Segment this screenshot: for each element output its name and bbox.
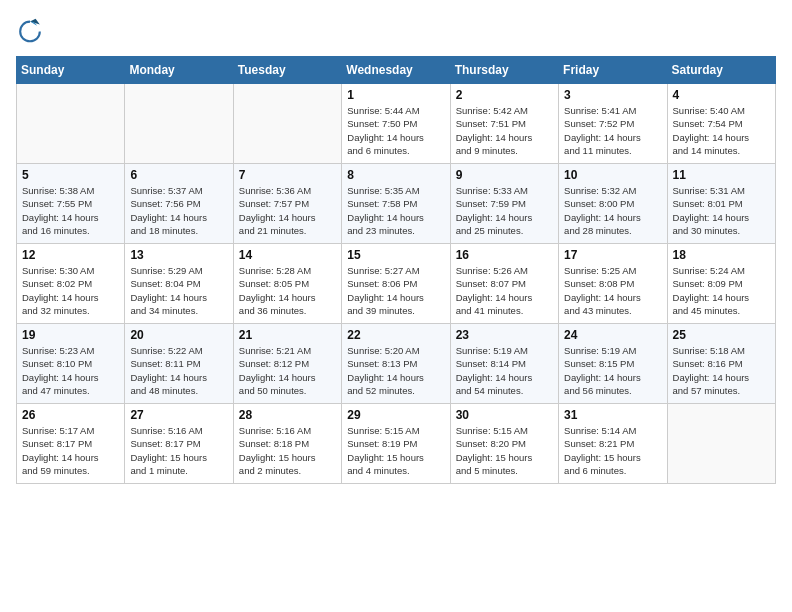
calendar-cell: 14Sunrise: 5:28 AM Sunset: 8:05 PM Dayli… [233, 244, 341, 324]
day-number: 6 [130, 168, 227, 182]
day-number: 11 [673, 168, 770, 182]
calendar-header: SundayMondayTuesdayWednesdayThursdayFrid… [17, 57, 776, 84]
day-info: Sunrise: 5:14 AM Sunset: 8:21 PM Dayligh… [564, 424, 661, 477]
day-info: Sunrise: 5:23 AM Sunset: 8:10 PM Dayligh… [22, 344, 119, 397]
calendar-cell: 2Sunrise: 5:42 AM Sunset: 7:51 PM Daylig… [450, 84, 558, 164]
day-number: 25 [673, 328, 770, 342]
day-info: Sunrise: 5:41 AM Sunset: 7:52 PM Dayligh… [564, 104, 661, 157]
day-number: 12 [22, 248, 119, 262]
calendar-cell: 11Sunrise: 5:31 AM Sunset: 8:01 PM Dayli… [667, 164, 775, 244]
day-number: 20 [130, 328, 227, 342]
logo-icon [16, 16, 44, 44]
day-number: 2 [456, 88, 553, 102]
day-number: 18 [673, 248, 770, 262]
calendar-cell: 15Sunrise: 5:27 AM Sunset: 8:06 PM Dayli… [342, 244, 450, 324]
day-info: Sunrise: 5:22 AM Sunset: 8:11 PM Dayligh… [130, 344, 227, 397]
day-info: Sunrise: 5:29 AM Sunset: 8:04 PM Dayligh… [130, 264, 227, 317]
calendar-cell: 6Sunrise: 5:37 AM Sunset: 7:56 PM Daylig… [125, 164, 233, 244]
day-number: 23 [456, 328, 553, 342]
logo [16, 16, 48, 44]
calendar-cell [17, 84, 125, 164]
day-number: 4 [673, 88, 770, 102]
header-row: SundayMondayTuesdayWednesdayThursdayFrid… [17, 57, 776, 84]
calendar-cell: 5Sunrise: 5:38 AM Sunset: 7:55 PM Daylig… [17, 164, 125, 244]
calendar-cell: 20Sunrise: 5:22 AM Sunset: 8:11 PM Dayli… [125, 324, 233, 404]
day-info: Sunrise: 5:20 AM Sunset: 8:13 PM Dayligh… [347, 344, 444, 397]
day-info: Sunrise: 5:25 AM Sunset: 8:08 PM Dayligh… [564, 264, 661, 317]
calendar-cell: 3Sunrise: 5:41 AM Sunset: 7:52 PM Daylig… [559, 84, 667, 164]
day-info: Sunrise: 5:31 AM Sunset: 8:01 PM Dayligh… [673, 184, 770, 237]
day-info: Sunrise: 5:16 AM Sunset: 8:18 PM Dayligh… [239, 424, 336, 477]
header-day-wednesday: Wednesday [342, 57, 450, 84]
day-number: 19 [22, 328, 119, 342]
day-info: Sunrise: 5:18 AM Sunset: 8:16 PM Dayligh… [673, 344, 770, 397]
day-info: Sunrise: 5:38 AM Sunset: 7:55 PM Dayligh… [22, 184, 119, 237]
calendar-cell: 23Sunrise: 5:19 AM Sunset: 8:14 PM Dayli… [450, 324, 558, 404]
day-info: Sunrise: 5:32 AM Sunset: 8:00 PM Dayligh… [564, 184, 661, 237]
calendar-cell: 10Sunrise: 5:32 AM Sunset: 8:00 PM Dayli… [559, 164, 667, 244]
week-row-4: 19Sunrise: 5:23 AM Sunset: 8:10 PM Dayli… [17, 324, 776, 404]
calendar-cell: 27Sunrise: 5:16 AM Sunset: 8:17 PM Dayli… [125, 404, 233, 484]
calendar-cell: 28Sunrise: 5:16 AM Sunset: 8:18 PM Dayli… [233, 404, 341, 484]
day-number: 27 [130, 408, 227, 422]
day-number: 14 [239, 248, 336, 262]
calendar-cell: 26Sunrise: 5:17 AM Sunset: 8:17 PM Dayli… [17, 404, 125, 484]
day-number: 9 [456, 168, 553, 182]
day-number: 5 [22, 168, 119, 182]
day-number: 24 [564, 328, 661, 342]
week-row-5: 26Sunrise: 5:17 AM Sunset: 8:17 PM Dayli… [17, 404, 776, 484]
week-row-2: 5Sunrise: 5:38 AM Sunset: 7:55 PM Daylig… [17, 164, 776, 244]
calendar-cell: 17Sunrise: 5:25 AM Sunset: 8:08 PM Dayli… [559, 244, 667, 324]
calendar-body: 1Sunrise: 5:44 AM Sunset: 7:50 PM Daylig… [17, 84, 776, 484]
day-info: Sunrise: 5:21 AM Sunset: 8:12 PM Dayligh… [239, 344, 336, 397]
day-number: 16 [456, 248, 553, 262]
day-info: Sunrise: 5:37 AM Sunset: 7:56 PM Dayligh… [130, 184, 227, 237]
calendar-cell: 9Sunrise: 5:33 AM Sunset: 7:59 PM Daylig… [450, 164, 558, 244]
day-info: Sunrise: 5:44 AM Sunset: 7:50 PM Dayligh… [347, 104, 444, 157]
header-day-monday: Monday [125, 57, 233, 84]
day-number: 1 [347, 88, 444, 102]
day-info: Sunrise: 5:33 AM Sunset: 7:59 PM Dayligh… [456, 184, 553, 237]
header-day-tuesday: Tuesday [233, 57, 341, 84]
day-number: 28 [239, 408, 336, 422]
day-info: Sunrise: 5:42 AM Sunset: 7:51 PM Dayligh… [456, 104, 553, 157]
day-info: Sunrise: 5:17 AM Sunset: 8:17 PM Dayligh… [22, 424, 119, 477]
calendar-cell: 1Sunrise: 5:44 AM Sunset: 7:50 PM Daylig… [342, 84, 450, 164]
day-number: 13 [130, 248, 227, 262]
header-day-friday: Friday [559, 57, 667, 84]
calendar-cell: 24Sunrise: 5:19 AM Sunset: 8:15 PM Dayli… [559, 324, 667, 404]
day-number: 17 [564, 248, 661, 262]
calendar-cell: 30Sunrise: 5:15 AM Sunset: 8:20 PM Dayli… [450, 404, 558, 484]
calendar-cell: 8Sunrise: 5:35 AM Sunset: 7:58 PM Daylig… [342, 164, 450, 244]
day-number: 30 [456, 408, 553, 422]
calendar-cell: 21Sunrise: 5:21 AM Sunset: 8:12 PM Dayli… [233, 324, 341, 404]
calendar-cell: 16Sunrise: 5:26 AM Sunset: 8:07 PM Dayli… [450, 244, 558, 324]
calendar-cell: 19Sunrise: 5:23 AM Sunset: 8:10 PM Dayli… [17, 324, 125, 404]
week-row-1: 1Sunrise: 5:44 AM Sunset: 7:50 PM Daylig… [17, 84, 776, 164]
day-info: Sunrise: 5:36 AM Sunset: 7:57 PM Dayligh… [239, 184, 336, 237]
day-info: Sunrise: 5:19 AM Sunset: 8:14 PM Dayligh… [456, 344, 553, 397]
day-info: Sunrise: 5:19 AM Sunset: 8:15 PM Dayligh… [564, 344, 661, 397]
day-info: Sunrise: 5:15 AM Sunset: 8:20 PM Dayligh… [456, 424, 553, 477]
calendar-cell: 4Sunrise: 5:40 AM Sunset: 7:54 PM Daylig… [667, 84, 775, 164]
day-info: Sunrise: 5:26 AM Sunset: 8:07 PM Dayligh… [456, 264, 553, 317]
day-info: Sunrise: 5:15 AM Sunset: 8:19 PM Dayligh… [347, 424, 444, 477]
day-info: Sunrise: 5:16 AM Sunset: 8:17 PM Dayligh… [130, 424, 227, 477]
week-row-3: 12Sunrise: 5:30 AM Sunset: 8:02 PM Dayli… [17, 244, 776, 324]
page-header [16, 16, 776, 44]
day-number: 3 [564, 88, 661, 102]
day-number: 7 [239, 168, 336, 182]
day-info: Sunrise: 5:40 AM Sunset: 7:54 PM Dayligh… [673, 104, 770, 157]
calendar-cell: 18Sunrise: 5:24 AM Sunset: 8:09 PM Dayli… [667, 244, 775, 324]
day-info: Sunrise: 5:28 AM Sunset: 8:05 PM Dayligh… [239, 264, 336, 317]
day-number: 29 [347, 408, 444, 422]
calendar-cell: 12Sunrise: 5:30 AM Sunset: 8:02 PM Dayli… [17, 244, 125, 324]
calendar-cell: 7Sunrise: 5:36 AM Sunset: 7:57 PM Daylig… [233, 164, 341, 244]
day-info: Sunrise: 5:30 AM Sunset: 8:02 PM Dayligh… [22, 264, 119, 317]
day-number: 8 [347, 168, 444, 182]
day-number: 31 [564, 408, 661, 422]
calendar-cell: 22Sunrise: 5:20 AM Sunset: 8:13 PM Dayli… [342, 324, 450, 404]
day-number: 10 [564, 168, 661, 182]
calendar-table: SundayMondayTuesdayWednesdayThursdayFrid… [16, 56, 776, 484]
calendar-cell [125, 84, 233, 164]
